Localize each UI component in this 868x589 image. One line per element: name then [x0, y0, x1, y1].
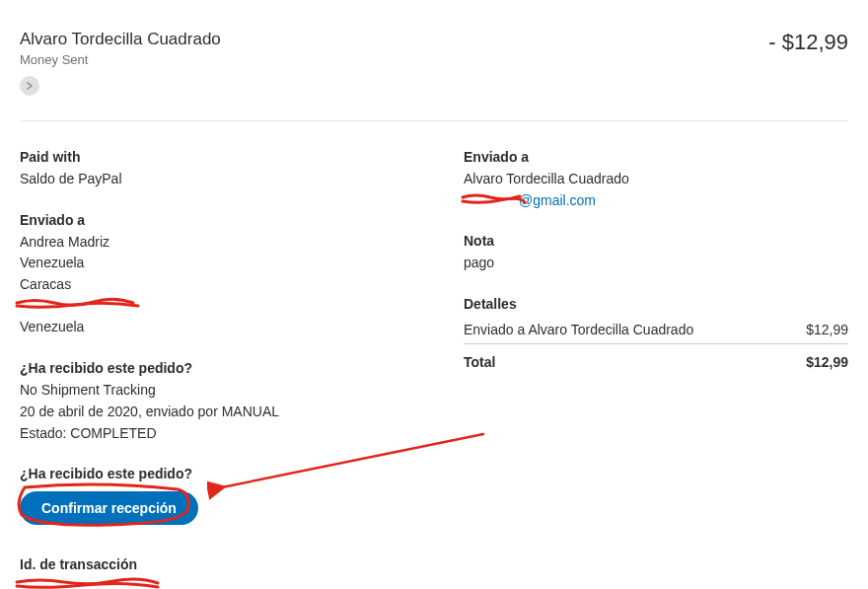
total-label: Total: [464, 354, 495, 370]
details-section: Detalles Enviado a Alvaro Tordecilla Cua…: [464, 296, 848, 376]
address-country1: Venezuela: [20, 253, 404, 274]
shipment-status-section: ¿Ha recibido este pedido? No Shipment Tr…: [20, 360, 404, 444]
transaction-amount: - $12,99: [768, 30, 848, 55]
transaction-id-title: Id. de transacción: [20, 556, 404, 572]
note-section: Nota pago: [464, 233, 848, 274]
address-city: Caracas: [20, 274, 404, 296]
note-title: Nota: [464, 233, 848, 249]
shipping-address-title: Enviado a: [20, 212, 404, 228]
sent-to-body: Alvaro Tordecilla Cuadrado xxxxxxxx@gmai…: [464, 169, 848, 211]
sent-to-title: Enviado a: [464, 149, 848, 165]
tracking-date: 20 de abril de 2020, enviado por MANUAL: [20, 402, 404, 423]
details-row: Enviado a Alvaro Tordecilla Cuadrado $12…: [464, 316, 848, 344]
received-question-1: ¿Ha recibido este pedido?: [20, 360, 404, 376]
paid-with-section: Paid with Saldo de PayPal: [20, 149, 404, 190]
details-title: Detalles: [464, 296, 848, 312]
note-value: pago: [464, 253, 848, 274]
header-left: Alvaro Tordecilla Cuadrado Money Sent: [20, 30, 221, 96]
recipient-name: Alvaro Tordecilla Cuadrado: [20, 30, 221, 49]
address-name: Andrea Madriz: [20, 232, 404, 254]
transaction-header: Alvaro Tordecilla Cuadrado Money Sent - …: [20, 30, 848, 121]
address-country2: Venezuela: [20, 317, 404, 338]
details-line-text: Enviado a Alvaro Tordecilla Cuadrado: [464, 322, 693, 337]
sent-to-email-line: xxxxxxxx@gmail.com: [464, 190, 848, 212]
transaction-id-line: 9M17202TC5260080U: [20, 576, 404, 589]
right-column: Enviado a Alvaro Tordecilla Cuadrado xxx…: [464, 149, 848, 589]
total-row: Total $12,99: [464, 344, 848, 376]
sent-to-name: Alvaro Tordecilla Cuadrado: [464, 169, 848, 190]
shipment-status-body: No Shipment Tracking 20 de abril de 2020…: [20, 380, 404, 444]
confirm-reception-button[interactable]: Confirmar recepción: [20, 491, 198, 525]
left-column: Paid with Saldo de PayPal Enviado a Andr…: [20, 149, 404, 589]
paid-with-title: Paid with: [20, 149, 404, 165]
tracking-none: No Shipment Tracking: [20, 380, 404, 402]
expand-chevron-icon[interactable]: [20, 76, 39, 96]
received-question-2: ¿Ha recibido este pedido?: [20, 466, 404, 481]
details-line-amount: $12,99: [806, 322, 848, 337]
sent-to-section: Enviado a Alvaro Tordecilla Cuadrado xxx…: [464, 149, 848, 211]
paid-with-value: Saldo de PayPal: [20, 169, 404, 190]
content-columns: Paid with Saldo de PayPal Enviado a Andr…: [20, 149, 848, 589]
shipping-address-body: Andrea Madriz Venezuela Caracas DISTRITO…: [20, 232, 404, 338]
tracking-state: Estado: COMPLETED: [20, 423, 404, 445]
address-district-line: DISTRITO CAPITAL: [20, 296, 404, 318]
transaction-status: Money Sent: [20, 52, 221, 67]
confirm-reception-section: ¿Ha recibido este pedido? Confirmar rece…: [20, 466, 404, 543]
total-amount: $12,99: [806, 354, 848, 370]
transaction-id-section: Id. de transacción 9M17202TC5260080U: [20, 556, 404, 589]
shipping-address-section: Enviado a Andrea Madriz Venezuela Caraca…: [20, 212, 404, 338]
sent-to-email-link[interactable]: @gmail.com: [519, 192, 596, 208]
